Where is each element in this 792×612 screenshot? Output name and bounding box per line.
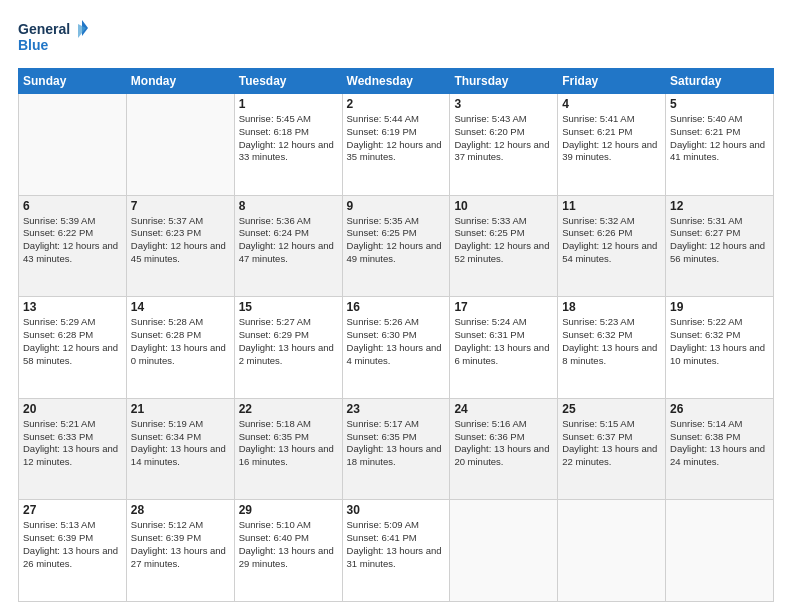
header-saturday: Saturday bbox=[666, 69, 774, 94]
day-cell-1-5: 11Sunrise: 5:32 AMSunset: 6:26 PMDayligh… bbox=[558, 195, 666, 297]
day-number: 9 bbox=[347, 199, 446, 213]
day-info: Sunrise: 5:32 AMSunset: 6:26 PMDaylight:… bbox=[562, 215, 661, 266]
day-cell-4-5 bbox=[558, 500, 666, 602]
day-cell-0-0 bbox=[19, 94, 127, 196]
svg-text:General: General bbox=[18, 21, 70, 37]
day-info: Sunrise: 5:40 AMSunset: 6:21 PMDaylight:… bbox=[670, 113, 769, 164]
logo: General Blue bbox=[18, 18, 88, 60]
day-info: Sunrise: 5:21 AMSunset: 6:33 PMDaylight:… bbox=[23, 418, 122, 469]
day-number: 12 bbox=[670, 199, 769, 213]
day-info: Sunrise: 5:19 AMSunset: 6:34 PMDaylight:… bbox=[131, 418, 230, 469]
day-number: 4 bbox=[562, 97, 661, 111]
header-tuesday: Tuesday bbox=[234, 69, 342, 94]
day-cell-1-4: 10Sunrise: 5:33 AMSunset: 6:25 PMDayligh… bbox=[450, 195, 558, 297]
day-info: Sunrise: 5:41 AMSunset: 6:21 PMDaylight:… bbox=[562, 113, 661, 164]
week-row-3: 13Sunrise: 5:29 AMSunset: 6:28 PMDayligh… bbox=[19, 297, 774, 399]
day-cell-1-6: 12Sunrise: 5:31 AMSunset: 6:27 PMDayligh… bbox=[666, 195, 774, 297]
day-number: 5 bbox=[670, 97, 769, 111]
day-info: Sunrise: 5:23 AMSunset: 6:32 PMDaylight:… bbox=[562, 316, 661, 367]
day-cell-4-3: 30Sunrise: 5:09 AMSunset: 6:41 PMDayligh… bbox=[342, 500, 450, 602]
day-number: 15 bbox=[239, 300, 338, 314]
day-number: 30 bbox=[347, 503, 446, 517]
day-info: Sunrise: 5:17 AMSunset: 6:35 PMDaylight:… bbox=[347, 418, 446, 469]
day-info: Sunrise: 5:37 AMSunset: 6:23 PMDaylight:… bbox=[131, 215, 230, 266]
day-cell-2-6: 19Sunrise: 5:22 AMSunset: 6:32 PMDayligh… bbox=[666, 297, 774, 399]
day-cell-3-2: 22Sunrise: 5:18 AMSunset: 6:35 PMDayligh… bbox=[234, 398, 342, 500]
day-info: Sunrise: 5:18 AMSunset: 6:35 PMDaylight:… bbox=[239, 418, 338, 469]
day-number: 13 bbox=[23, 300, 122, 314]
day-info: Sunrise: 5:12 AMSunset: 6:39 PMDaylight:… bbox=[131, 519, 230, 570]
day-info: Sunrise: 5:33 AMSunset: 6:25 PMDaylight:… bbox=[454, 215, 553, 266]
day-cell-0-3: 2Sunrise: 5:44 AMSunset: 6:19 PMDaylight… bbox=[342, 94, 450, 196]
day-cell-0-5: 4Sunrise: 5:41 AMSunset: 6:21 PMDaylight… bbox=[558, 94, 666, 196]
day-info: Sunrise: 5:36 AMSunset: 6:24 PMDaylight:… bbox=[239, 215, 338, 266]
day-info: Sunrise: 5:14 AMSunset: 6:38 PMDaylight:… bbox=[670, 418, 769, 469]
day-cell-4-2: 29Sunrise: 5:10 AMSunset: 6:40 PMDayligh… bbox=[234, 500, 342, 602]
day-number: 10 bbox=[454, 199, 553, 213]
day-cell-0-2: 1Sunrise: 5:45 AMSunset: 6:18 PMDaylight… bbox=[234, 94, 342, 196]
calendar-header-row: SundayMondayTuesdayWednesdayThursdayFrid… bbox=[19, 69, 774, 94]
week-row-5: 27Sunrise: 5:13 AMSunset: 6:39 PMDayligh… bbox=[19, 500, 774, 602]
day-cell-3-4: 24Sunrise: 5:16 AMSunset: 6:36 PMDayligh… bbox=[450, 398, 558, 500]
day-info: Sunrise: 5:16 AMSunset: 6:36 PMDaylight:… bbox=[454, 418, 553, 469]
day-info: Sunrise: 5:24 AMSunset: 6:31 PMDaylight:… bbox=[454, 316, 553, 367]
week-row-2: 6Sunrise: 5:39 AMSunset: 6:22 PMDaylight… bbox=[19, 195, 774, 297]
day-cell-4-0: 27Sunrise: 5:13 AMSunset: 6:39 PMDayligh… bbox=[19, 500, 127, 602]
day-cell-4-6 bbox=[666, 500, 774, 602]
day-info: Sunrise: 5:13 AMSunset: 6:39 PMDaylight:… bbox=[23, 519, 122, 570]
day-cell-4-4 bbox=[450, 500, 558, 602]
day-cell-2-0: 13Sunrise: 5:29 AMSunset: 6:28 PMDayligh… bbox=[19, 297, 127, 399]
day-number: 28 bbox=[131, 503, 230, 517]
day-number: 22 bbox=[239, 402, 338, 416]
day-number: 23 bbox=[347, 402, 446, 416]
week-row-1: 1Sunrise: 5:45 AMSunset: 6:18 PMDaylight… bbox=[19, 94, 774, 196]
day-cell-0-4: 3Sunrise: 5:43 AMSunset: 6:20 PMDaylight… bbox=[450, 94, 558, 196]
day-info: Sunrise: 5:35 AMSunset: 6:25 PMDaylight:… bbox=[347, 215, 446, 266]
day-number: 20 bbox=[23, 402, 122, 416]
day-cell-1-0: 6Sunrise: 5:39 AMSunset: 6:22 PMDaylight… bbox=[19, 195, 127, 297]
day-number: 19 bbox=[670, 300, 769, 314]
day-cell-0-6: 5Sunrise: 5:40 AMSunset: 6:21 PMDaylight… bbox=[666, 94, 774, 196]
day-cell-3-6: 26Sunrise: 5:14 AMSunset: 6:38 PMDayligh… bbox=[666, 398, 774, 500]
day-info: Sunrise: 5:10 AMSunset: 6:40 PMDaylight:… bbox=[239, 519, 338, 570]
day-info: Sunrise: 5:45 AMSunset: 6:18 PMDaylight:… bbox=[239, 113, 338, 164]
day-number: 7 bbox=[131, 199, 230, 213]
day-number: 3 bbox=[454, 97, 553, 111]
day-info: Sunrise: 5:31 AMSunset: 6:27 PMDaylight:… bbox=[670, 215, 769, 266]
day-cell-4-1: 28Sunrise: 5:12 AMSunset: 6:39 PMDayligh… bbox=[126, 500, 234, 602]
day-cell-2-3: 16Sunrise: 5:26 AMSunset: 6:30 PMDayligh… bbox=[342, 297, 450, 399]
day-number: 29 bbox=[239, 503, 338, 517]
day-info: Sunrise: 5:43 AMSunset: 6:20 PMDaylight:… bbox=[454, 113, 553, 164]
header-monday: Monday bbox=[126, 69, 234, 94]
day-cell-2-5: 18Sunrise: 5:23 AMSunset: 6:32 PMDayligh… bbox=[558, 297, 666, 399]
calendar-table: SundayMondayTuesdayWednesdayThursdayFrid… bbox=[18, 68, 774, 602]
day-number: 17 bbox=[454, 300, 553, 314]
day-info: Sunrise: 5:09 AMSunset: 6:41 PMDaylight:… bbox=[347, 519, 446, 570]
week-row-4: 20Sunrise: 5:21 AMSunset: 6:33 PMDayligh… bbox=[19, 398, 774, 500]
day-info: Sunrise: 5:22 AMSunset: 6:32 PMDaylight:… bbox=[670, 316, 769, 367]
logo-svg: General Blue bbox=[18, 18, 88, 60]
day-number: 6 bbox=[23, 199, 122, 213]
day-info: Sunrise: 5:27 AMSunset: 6:29 PMDaylight:… bbox=[239, 316, 338, 367]
day-cell-2-2: 15Sunrise: 5:27 AMSunset: 6:29 PMDayligh… bbox=[234, 297, 342, 399]
day-number: 24 bbox=[454, 402, 553, 416]
day-info: Sunrise: 5:26 AMSunset: 6:30 PMDaylight:… bbox=[347, 316, 446, 367]
day-info: Sunrise: 5:39 AMSunset: 6:22 PMDaylight:… bbox=[23, 215, 122, 266]
day-cell-2-4: 17Sunrise: 5:24 AMSunset: 6:31 PMDayligh… bbox=[450, 297, 558, 399]
header-friday: Friday bbox=[558, 69, 666, 94]
day-number: 26 bbox=[670, 402, 769, 416]
page: General Blue SundayMondayTuesdayWednesda… bbox=[0, 0, 792, 612]
header-thursday: Thursday bbox=[450, 69, 558, 94]
day-number: 2 bbox=[347, 97, 446, 111]
day-cell-2-1: 14Sunrise: 5:28 AMSunset: 6:28 PMDayligh… bbox=[126, 297, 234, 399]
day-number: 27 bbox=[23, 503, 122, 517]
day-info: Sunrise: 5:29 AMSunset: 6:28 PMDaylight:… bbox=[23, 316, 122, 367]
day-number: 21 bbox=[131, 402, 230, 416]
day-cell-3-5: 25Sunrise: 5:15 AMSunset: 6:37 PMDayligh… bbox=[558, 398, 666, 500]
header-wednesday: Wednesday bbox=[342, 69, 450, 94]
day-number: 18 bbox=[562, 300, 661, 314]
day-cell-3-0: 20Sunrise: 5:21 AMSunset: 6:33 PMDayligh… bbox=[19, 398, 127, 500]
day-cell-3-3: 23Sunrise: 5:17 AMSunset: 6:35 PMDayligh… bbox=[342, 398, 450, 500]
day-cell-3-1: 21Sunrise: 5:19 AMSunset: 6:34 PMDayligh… bbox=[126, 398, 234, 500]
day-number: 8 bbox=[239, 199, 338, 213]
